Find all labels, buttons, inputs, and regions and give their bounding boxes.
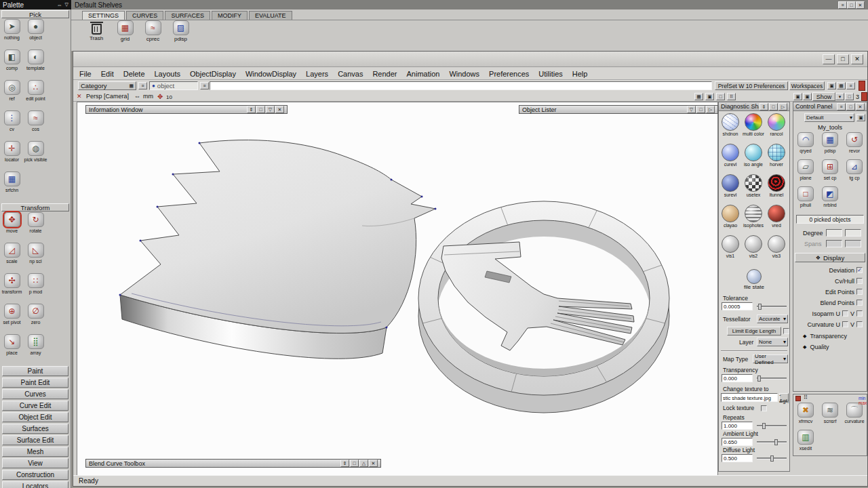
palette-collapse-icon[interactable]: ▽ — [65, 2, 68, 7]
palette-button-curve-edit[interactable]: Curve Edit — [2, 401, 68, 411]
edit-points-checkbox[interactable] — [856, 289, 863, 295]
wire-toggle-icon[interactable]: ▣ — [803, 93, 812, 100]
object-field[interactable]: ●object — [149, 81, 198, 90]
tool-p-mod[interactable]: ∷p mod — [24, 273, 47, 304]
shader-clayao[interactable]: clayao — [719, 205, 742, 235]
tolerance-slider[interactable] — [757, 306, 787, 308]
workspaces-button[interactable]: Workspaces — [789, 81, 825, 90]
palette-titlebar[interactable]: Palette ⇔ ▽ — [0, 0, 71, 9]
check-row-deviation[interactable]: Deviation✓ — [793, 265, 867, 275]
tool-rotate[interactable]: ↻rotate — [24, 212, 47, 243]
texture-file-input[interactable]: stic shade texture.jpg — [721, 393, 778, 402]
preset-dropdown[interactable]: Default▾ — [804, 113, 854, 122]
transparency-slider-handle[interactable] — [757, 375, 761, 382]
blend-toolbox-titlebar[interactable]: Blend Curve Toolbox ⇕ □ △ ✕ — [85, 459, 381, 468]
tool-object[interactable]: ●object — [24, 19, 47, 49]
texture-browse-button[interactable]: -&gt; — [779, 393, 789, 402]
manipulator-icon[interactable]: ✥ — [157, 93, 163, 100]
tool-array[interactable]: ⣿array — [24, 334, 47, 365]
palette-button-curves[interactable]: Curves — [2, 389, 68, 399]
shader-iso-angle[interactable]: iso angle — [742, 144, 765, 174]
palette-section-transform[interactable]: Transform — [1, 203, 69, 211]
cp-menu-icon[interactable]: ≡ — [837, 103, 846, 110]
cp-tool-set-cp[interactable]: ⊞set cp — [818, 159, 842, 186]
shader-horver[interactable]: horver — [765, 144, 788, 174]
tolerance-input[interactable]: 0.0005 — [722, 302, 753, 310]
panel-tag-icon[interactable] — [795, 396, 801, 401]
shelves-titlebar[interactable]: Default Shelves ≡ □ ✕ — [71, 0, 868, 9]
isoparm-u-checkbox[interactable] — [842, 310, 848, 317]
blend-close-icon[interactable]: ✕ — [369, 460, 378, 467]
palette-button-surface-edit[interactable]: Surface Edit — [2, 435, 68, 445]
blend-resize-icon[interactable]: ⇕ — [340, 460, 349, 467]
control-panel-header[interactable]: Control Panel ≡ □ ✕ — [793, 102, 867, 111]
menu-file[interactable]: File — [75, 70, 96, 78]
layer-box-icon[interactable]: □ — [845, 93, 854, 100]
info-maximize-icon[interactable]: □ — [256, 106, 265, 113]
show-button[interactable]: Show — [812, 92, 835, 101]
menu-help[interactable]: Help — [568, 70, 593, 78]
shelf-tab-evaluate[interactable]: EVALUATE — [249, 11, 292, 20]
category-dropdown[interactable]: Category▦ — [78, 81, 136, 90]
lock-texture-checkbox[interactable] — [761, 405, 767, 411]
panel-dots-icon[interactable]: ⠿ — [804, 394, 808, 401]
shader-multi-color[interactable]: multi color — [742, 113, 765, 144]
file-state-shader[interactable]: file state — [719, 269, 789, 289]
display-section-header[interactable]: ❖ Display — [795, 253, 865, 262]
tool-pick-visible[interactable]: ◍pick visible — [24, 141, 47, 171]
ambient-slider-handle[interactable] — [774, 439, 778, 445]
tool-cv[interactable]: ⋮cv — [0, 110, 24, 141]
view-dots-icon[interactable]: ⠿ — [727, 93, 736, 100]
palette-button-paint-edit[interactable]: Paint Edit — [2, 378, 68, 388]
tool-edit-point[interactable]: ∴edit point — [24, 80, 47, 110]
bt-tool-xsedit[interactable]: ▥xsedit — [793, 430, 818, 457]
bt-tool-scnsrf[interactable]: ≋scnsrf — [818, 403, 842, 430]
record-block-icon[interactable] — [861, 92, 867, 101]
command-input[interactable] — [210, 81, 712, 90]
shader-ltunnel[interactable]: ltunnel — [765, 174, 788, 205]
layout-menu-icon[interactable]: ≡ — [846, 82, 855, 89]
my-tools-tab[interactable]: My_tools — [793, 124, 867, 131]
shelf-tab-curves[interactable]: CURVES — [126, 11, 163, 20]
tool-comp[interactable]: ◧comp — [0, 49, 24, 80]
shader-usetex[interactable]: usetex — [742, 174, 765, 205]
menu-render[interactable]: Render — [368, 70, 401, 78]
palette-section-pick[interactable]: Pick — [1, 10, 69, 18]
prefset-button[interactable]: PrefSet W 10 Preferences — [715, 81, 788, 90]
menu-layers[interactable]: Layers — [301, 70, 333, 78]
deviation-checkbox[interactable]: ✓ — [856, 267, 863, 273]
cp-tool-plane[interactable]: ▱plane — [793, 159, 818, 186]
shelf-tab-modify[interactable]: MODIFY — [212, 11, 248, 20]
palette-button-surfaces[interactable]: Surfaces — [2, 424, 68, 434]
bt-tool-xfrmcv[interactable]: ✖xfrmcv — [793, 403, 818, 430]
diag-expand-icon[interactable]: ▷ — [778, 103, 787, 110]
shader-vis3[interactable]: vis3 — [765, 235, 788, 266]
spans-field-2[interactable] — [845, 240, 861, 247]
units-label[interactable]: mm — [143, 93, 153, 100]
palette-button-object-edit[interactable]: Object Edit — [2, 412, 68, 422]
view-maximize-icon[interactable]: □ — [716, 93, 725, 100]
tessellator-dropdown[interactable]: Accurate▾ — [757, 314, 788, 323]
menu-delete[interactable]: Delete — [119, 70, 150, 78]
palette-button-view[interactable]: View — [2, 458, 68, 468]
palette-button-mesh[interactable]: Mesh — [2, 447, 68, 457]
shader-vred[interactable]: vred — [765, 205, 788, 235]
tolerance-slider-handle[interactable] — [758, 304, 762, 310]
shelf-tool-grid[interactable]: ▦grid — [113, 20, 137, 51]
ambient-slider[interactable] — [757, 441, 787, 443]
shelves-close-icon[interactable]: ✕ — [856, 1, 865, 9]
check-row-cvhull[interactable]: Cv/Hull — [793, 276, 867, 286]
shelf-tool-trash[interactable]: Trash — [83, 20, 109, 51]
cp-tool-tg-cp[interactable]: ⊿tg cp — [842, 159, 867, 186]
check-row-edit-points[interactable]: Edit Points — [793, 287, 867, 297]
repeats-slider-handle[interactable] — [762, 423, 766, 429]
diffuse-slider[interactable] — [757, 458, 787, 460]
tool-np-scl[interactable]: ◺np scl — [24, 243, 47, 273]
view-close-icon[interactable]: ✕ — [77, 93, 82, 100]
menu-windowdisplay[interactable]: WindowDisplay — [241, 70, 301, 78]
cp-tool-pdisp[interactable]: ▦pdisp — [818, 132, 842, 159]
lister-collapse-icon[interactable]: ▽ — [687, 106, 696, 113]
tool-ref[interactable]: ◎ref — [0, 80, 24, 110]
tool-zero[interactable]: ∅zero — [24, 304, 47, 334]
shelf-tool-pdisp[interactable]: ▨pdisp — [169, 20, 193, 51]
